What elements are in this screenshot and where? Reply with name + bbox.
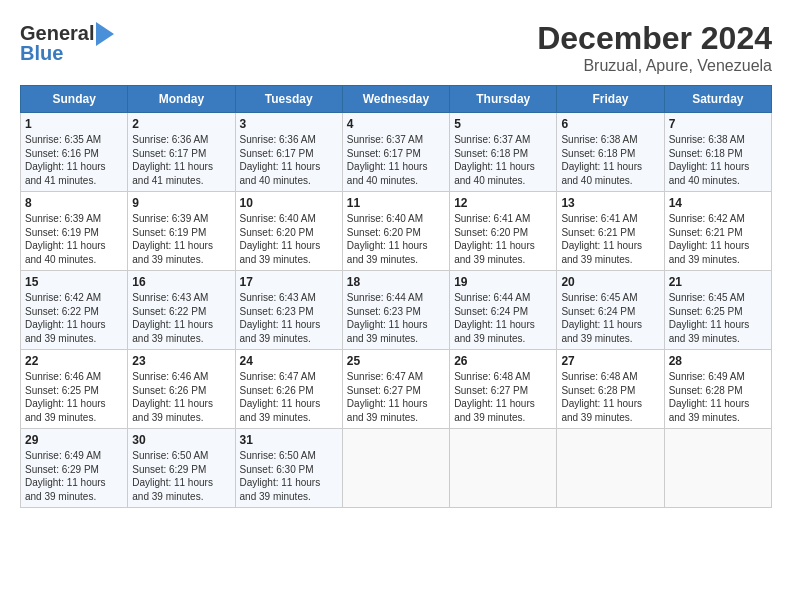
day-info: Sunrise: 6:36 AMSunset: 6:17 PMDaylight:…	[132, 133, 230, 187]
day-number: 12	[454, 196, 552, 210]
day-number: 8	[25, 196, 123, 210]
day-info: Sunrise: 6:49 AMSunset: 6:29 PMDaylight:…	[25, 449, 123, 503]
day-info: Sunrise: 6:37 AMSunset: 6:18 PMDaylight:…	[454, 133, 552, 187]
day-info: Sunrise: 6:41 AMSunset: 6:21 PMDaylight:…	[561, 212, 659, 266]
calendar-cell: 3Sunrise: 6:36 AMSunset: 6:17 PMDaylight…	[235, 113, 342, 192]
calendar-header-friday: Friday	[557, 86, 664, 113]
calendar-week-5: 29Sunrise: 6:49 AMSunset: 6:29 PMDayligh…	[21, 429, 772, 508]
day-info: Sunrise: 6:46 AMSunset: 6:26 PMDaylight:…	[132, 370, 230, 424]
day-info: Sunrise: 6:42 AMSunset: 6:21 PMDaylight:…	[669, 212, 767, 266]
day-number: 21	[669, 275, 767, 289]
day-number: 30	[132, 433, 230, 447]
day-info: Sunrise: 6:35 AMSunset: 6:16 PMDaylight:…	[25, 133, 123, 187]
day-number: 1	[25, 117, 123, 131]
calendar-week-4: 22Sunrise: 6:46 AMSunset: 6:25 PMDayligh…	[21, 350, 772, 429]
day-info: Sunrise: 6:46 AMSunset: 6:25 PMDaylight:…	[25, 370, 123, 424]
calendar-cell: 12Sunrise: 6:41 AMSunset: 6:20 PMDayligh…	[450, 192, 557, 271]
day-info: Sunrise: 6:45 AMSunset: 6:24 PMDaylight:…	[561, 291, 659, 345]
day-number: 3	[240, 117, 338, 131]
day-number: 4	[347, 117, 445, 131]
day-info: Sunrise: 6:39 AMSunset: 6:19 PMDaylight:…	[25, 212, 123, 266]
title-block: December 2024 Bruzual, Apure, Venezuela	[537, 20, 772, 75]
calendar-cell: 7Sunrise: 6:38 AMSunset: 6:18 PMDaylight…	[664, 113, 771, 192]
day-info: Sunrise: 6:40 AMSunset: 6:20 PMDaylight:…	[240, 212, 338, 266]
day-number: 27	[561, 354, 659, 368]
calendar-header-monday: Monday	[128, 86, 235, 113]
day-number: 28	[669, 354, 767, 368]
calendar-cell: 18Sunrise: 6:44 AMSunset: 6:23 PMDayligh…	[342, 271, 449, 350]
calendar-cell	[342, 429, 449, 508]
calendar-cell: 6Sunrise: 6:38 AMSunset: 6:18 PMDaylight…	[557, 113, 664, 192]
day-info: Sunrise: 6:42 AMSunset: 6:22 PMDaylight:…	[25, 291, 123, 345]
calendar-cell: 30Sunrise: 6:50 AMSunset: 6:29 PMDayligh…	[128, 429, 235, 508]
calendar-cell: 11Sunrise: 6:40 AMSunset: 6:20 PMDayligh…	[342, 192, 449, 271]
logo-arrow-icon	[96, 22, 114, 46]
calendar-cell	[450, 429, 557, 508]
calendar-cell: 8Sunrise: 6:39 AMSunset: 6:19 PMDaylight…	[21, 192, 128, 271]
day-info: Sunrise: 6:45 AMSunset: 6:25 PMDaylight:…	[669, 291, 767, 345]
day-info: Sunrise: 6:38 AMSunset: 6:18 PMDaylight:…	[669, 133, 767, 187]
day-info: Sunrise: 6:43 AMSunset: 6:23 PMDaylight:…	[240, 291, 338, 345]
day-number: 24	[240, 354, 338, 368]
day-info: Sunrise: 6:48 AMSunset: 6:28 PMDaylight:…	[561, 370, 659, 424]
day-info: Sunrise: 6:44 AMSunset: 6:23 PMDaylight:…	[347, 291, 445, 345]
day-number: 18	[347, 275, 445, 289]
page-header: General Blue December 2024 Bruzual, Apur…	[20, 20, 772, 75]
day-info: Sunrise: 6:48 AMSunset: 6:27 PMDaylight:…	[454, 370, 552, 424]
calendar-cell: 5Sunrise: 6:37 AMSunset: 6:18 PMDaylight…	[450, 113, 557, 192]
day-number: 10	[240, 196, 338, 210]
calendar-cell: 31Sunrise: 6:50 AMSunset: 6:30 PMDayligh…	[235, 429, 342, 508]
calendar-header-thursday: Thursday	[450, 86, 557, 113]
day-number: 25	[347, 354, 445, 368]
calendar-week-2: 8Sunrise: 6:39 AMSunset: 6:19 PMDaylight…	[21, 192, 772, 271]
calendar-cell: 20Sunrise: 6:45 AMSunset: 6:24 PMDayligh…	[557, 271, 664, 350]
calendar-week-3: 15Sunrise: 6:42 AMSunset: 6:22 PMDayligh…	[21, 271, 772, 350]
calendar-table: SundayMondayTuesdayWednesdayThursdayFrid…	[20, 85, 772, 508]
calendar-cell: 19Sunrise: 6:44 AMSunset: 6:24 PMDayligh…	[450, 271, 557, 350]
calendar-header-wednesday: Wednesday	[342, 86, 449, 113]
calendar-cell: 10Sunrise: 6:40 AMSunset: 6:20 PMDayligh…	[235, 192, 342, 271]
calendar-cell: 17Sunrise: 6:43 AMSunset: 6:23 PMDayligh…	[235, 271, 342, 350]
day-info: Sunrise: 6:47 AMSunset: 6:27 PMDaylight:…	[347, 370, 445, 424]
calendar-header-tuesday: Tuesday	[235, 86, 342, 113]
logo-general: General	[20, 22, 94, 44]
calendar-cell: 4Sunrise: 6:37 AMSunset: 6:17 PMDaylight…	[342, 113, 449, 192]
day-number: 5	[454, 117, 552, 131]
page-subtitle: Bruzual, Apure, Venezuela	[537, 57, 772, 75]
day-number: 14	[669, 196, 767, 210]
day-number: 15	[25, 275, 123, 289]
calendar-cell: 24Sunrise: 6:47 AMSunset: 6:26 PMDayligh…	[235, 350, 342, 429]
calendar-header-sunday: Sunday	[21, 86, 128, 113]
day-number: 17	[240, 275, 338, 289]
calendar-cell: 14Sunrise: 6:42 AMSunset: 6:21 PMDayligh…	[664, 192, 771, 271]
calendar-cell	[664, 429, 771, 508]
calendar-cell: 2Sunrise: 6:36 AMSunset: 6:17 PMDaylight…	[128, 113, 235, 192]
day-number: 29	[25, 433, 123, 447]
calendar-cell: 22Sunrise: 6:46 AMSunset: 6:25 PMDayligh…	[21, 350, 128, 429]
logo: General Blue	[20, 20, 114, 65]
calendar-cell: 21Sunrise: 6:45 AMSunset: 6:25 PMDayligh…	[664, 271, 771, 350]
day-info: Sunrise: 6:50 AMSunset: 6:29 PMDaylight:…	[132, 449, 230, 503]
day-number: 7	[669, 117, 767, 131]
day-number: 16	[132, 275, 230, 289]
day-number: 19	[454, 275, 552, 289]
day-number: 9	[132, 196, 230, 210]
day-info: Sunrise: 6:44 AMSunset: 6:24 PMDaylight:…	[454, 291, 552, 345]
day-number: 23	[132, 354, 230, 368]
calendar-cell: 13Sunrise: 6:41 AMSunset: 6:21 PMDayligh…	[557, 192, 664, 271]
calendar-header-row: SundayMondayTuesdayWednesdayThursdayFrid…	[21, 86, 772, 113]
calendar-header-saturday: Saturday	[664, 86, 771, 113]
day-number: 6	[561, 117, 659, 131]
calendar-cell: 27Sunrise: 6:48 AMSunset: 6:28 PMDayligh…	[557, 350, 664, 429]
day-number: 22	[25, 354, 123, 368]
calendar-cell: 29Sunrise: 6:49 AMSunset: 6:29 PMDayligh…	[21, 429, 128, 508]
day-info: Sunrise: 6:36 AMSunset: 6:17 PMDaylight:…	[240, 133, 338, 187]
calendar-cell: 23Sunrise: 6:46 AMSunset: 6:26 PMDayligh…	[128, 350, 235, 429]
calendar-week-1: 1Sunrise: 6:35 AMSunset: 6:16 PMDaylight…	[21, 113, 772, 192]
day-info: Sunrise: 6:50 AMSunset: 6:30 PMDaylight:…	[240, 449, 338, 503]
calendar-cell: 28Sunrise: 6:49 AMSunset: 6:28 PMDayligh…	[664, 350, 771, 429]
day-number: 2	[132, 117, 230, 131]
day-number: 26	[454, 354, 552, 368]
day-info: Sunrise: 6:40 AMSunset: 6:20 PMDaylight:…	[347, 212, 445, 266]
calendar-cell: 1Sunrise: 6:35 AMSunset: 6:16 PMDaylight…	[21, 113, 128, 192]
